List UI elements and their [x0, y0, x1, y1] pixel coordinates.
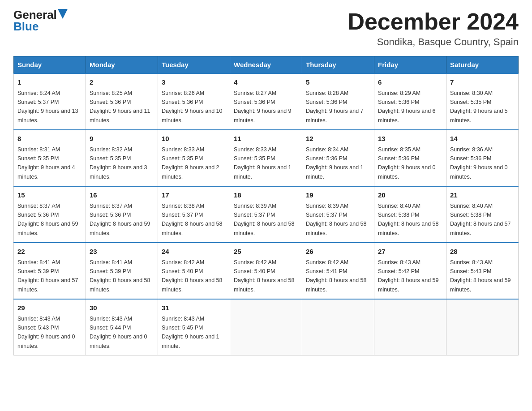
day-number: 12 [306, 134, 370, 144]
table-row [302, 299, 374, 355]
logo-general: General [13, 9, 57, 21]
table-row: 10 Sunrise: 8:33 AMSunset: 5:35 PMDaylig… [158, 130, 230, 186]
day-number: 30 [90, 303, 154, 313]
day-number: 11 [234, 134, 298, 144]
title-block: December 2024 Sondika, Basque Country, S… [348, 9, 519, 48]
calendar-week-row: 29 Sunrise: 8:43 AMSunset: 5:43 PMDaylig… [14, 299, 519, 355]
logo: General Blue [13, 9, 68, 32]
table-row: 16 Sunrise: 8:37 AMSunset: 5:36 PMDaylig… [86, 186, 158, 243]
day-info: Sunrise: 8:43 AMSunset: 5:43 PMDaylight:… [450, 259, 511, 293]
table-row: 12 Sunrise: 8:34 AMSunset: 5:36 PMDaylig… [302, 130, 374, 186]
table-row: 19 Sunrise: 8:39 AMSunset: 5:37 PMDaylig… [302, 186, 374, 243]
day-number: 19 [306, 190, 370, 201]
svg-marker-0 [58, 9, 68, 19]
day-number: 29 [17, 303, 82, 313]
day-number: 4 [234, 77, 298, 88]
day-info: Sunrise: 8:38 AMSunset: 5:37 PMDaylight:… [162, 203, 223, 236]
calendar-week-row: 15 Sunrise: 8:37 AMSunset: 5:36 PMDaylig… [14, 186, 519, 243]
header-monday: Monday [86, 56, 158, 74]
day-number: 8 [17, 134, 82, 144]
day-number: 23 [90, 247, 154, 257]
day-number: 1 [17, 77, 82, 88]
day-info: Sunrise: 8:26 AMSunset: 5:36 PMDaylight:… [162, 90, 223, 124]
table-row: 1 Sunrise: 8:24 AMSunset: 5:37 PMDayligh… [14, 73, 86, 130]
day-number: 3 [162, 77, 226, 88]
table-row: 14 Sunrise: 8:36 AMSunset: 5:36 PMDaylig… [446, 130, 519, 186]
weekday-header-row: Sunday Monday Tuesday Wednesday Thursday… [14, 56, 519, 74]
day-number: 27 [378, 247, 442, 257]
day-number: 10 [162, 134, 226, 144]
day-info: Sunrise: 8:35 AMSunset: 5:36 PMDaylight:… [378, 146, 436, 180]
table-row: 26 Sunrise: 8:42 AMSunset: 5:41 PMDaylig… [302, 243, 374, 299]
day-info: Sunrise: 8:42 AMSunset: 5:40 PMDaylight:… [162, 259, 223, 293]
page-subtitle: Sondika, Basque Country, Spain [348, 36, 519, 48]
day-number: 9 [90, 134, 154, 144]
day-info: Sunrise: 8:33 AMSunset: 5:35 PMDaylight:… [234, 146, 292, 180]
day-info: Sunrise: 8:43 AMSunset: 5:43 PMDaylight:… [17, 316, 75, 349]
calendar-week-row: 22 Sunrise: 8:41 AMSunset: 5:39 PMDaylig… [14, 243, 519, 299]
table-row: 24 Sunrise: 8:42 AMSunset: 5:40 PMDaylig… [158, 243, 230, 299]
day-number: 25 [234, 247, 298, 257]
table-row [446, 299, 519, 355]
table-row: 25 Sunrise: 8:42 AMSunset: 5:40 PMDaylig… [230, 243, 302, 299]
table-row: 7 Sunrise: 8:30 AMSunset: 5:35 PMDayligh… [446, 73, 519, 130]
day-number: 22 [17, 247, 82, 257]
day-info: Sunrise: 8:37 AMSunset: 5:36 PMDaylight:… [90, 203, 150, 236]
header-saturday: Saturday [446, 56, 519, 74]
calendar-week-row: 1 Sunrise: 8:24 AMSunset: 5:37 PMDayligh… [14, 73, 519, 130]
table-row: 30 Sunrise: 8:43 AMSunset: 5:44 PMDaylig… [86, 299, 158, 355]
day-info: Sunrise: 8:39 AMSunset: 5:37 PMDaylight:… [306, 203, 367, 236]
day-number: 16 [90, 190, 154, 201]
table-row: 22 Sunrise: 8:41 AMSunset: 5:39 PMDaylig… [14, 243, 86, 299]
table-row: 3 Sunrise: 8:26 AMSunset: 5:36 PMDayligh… [158, 73, 230, 130]
day-info: Sunrise: 8:41 AMSunset: 5:39 PMDaylight:… [17, 259, 78, 293]
day-number: 28 [450, 247, 515, 257]
day-info: Sunrise: 8:42 AMSunset: 5:40 PMDaylight:… [234, 259, 295, 293]
header-wednesday: Wednesday [230, 56, 302, 74]
logo-triangle-icon [58, 9, 68, 19]
day-number: 5 [306, 77, 370, 88]
day-number: 2 [90, 77, 154, 88]
day-info: Sunrise: 8:30 AMSunset: 5:35 PMDaylight:… [450, 90, 508, 124]
table-row: 15 Sunrise: 8:37 AMSunset: 5:36 PMDaylig… [14, 186, 86, 243]
day-info: Sunrise: 8:29 AMSunset: 5:36 PMDaylight:… [378, 90, 436, 124]
table-row: 27 Sunrise: 8:43 AMSunset: 5:42 PMDaylig… [374, 243, 446, 299]
day-info: Sunrise: 8:42 AMSunset: 5:41 PMDaylight:… [306, 259, 367, 293]
table-row: 18 Sunrise: 8:39 AMSunset: 5:37 PMDaylig… [230, 186, 302, 243]
table-row: 20 Sunrise: 8:40 AMSunset: 5:38 PMDaylig… [374, 186, 446, 243]
day-info: Sunrise: 8:31 AMSunset: 5:35 PMDaylight:… [17, 146, 75, 180]
day-number: 20 [378, 190, 442, 201]
table-row: 31 Sunrise: 8:43 AMSunset: 5:45 PMDaylig… [158, 299, 230, 355]
day-info: Sunrise: 8:32 AMSunset: 5:35 PMDaylight:… [90, 146, 147, 180]
day-number: 31 [162, 303, 226, 313]
day-number: 24 [162, 247, 226, 257]
day-info: Sunrise: 8:41 AMSunset: 5:39 PMDaylight:… [90, 259, 150, 293]
day-info: Sunrise: 8:39 AMSunset: 5:37 PMDaylight:… [234, 203, 295, 236]
table-row [230, 299, 302, 355]
table-row: 17 Sunrise: 8:38 AMSunset: 5:37 PMDaylig… [158, 186, 230, 243]
day-number: 14 [450, 134, 515, 144]
day-number: 15 [17, 190, 82, 201]
header-friday: Friday [374, 56, 446, 74]
table-row: 11 Sunrise: 8:33 AMSunset: 5:35 PMDaylig… [230, 130, 302, 186]
table-row: 6 Sunrise: 8:29 AMSunset: 5:36 PMDayligh… [374, 73, 446, 130]
table-row: 13 Sunrise: 8:35 AMSunset: 5:36 PMDaylig… [374, 130, 446, 186]
day-info: Sunrise: 8:27 AMSunset: 5:36 PMDaylight:… [234, 90, 292, 124]
table-row: 23 Sunrise: 8:41 AMSunset: 5:39 PMDaylig… [86, 243, 158, 299]
day-info: Sunrise: 8:28 AMSunset: 5:36 PMDaylight:… [306, 90, 364, 124]
day-number: 18 [234, 190, 298, 201]
table-row: 2 Sunrise: 8:25 AMSunset: 5:36 PMDayligh… [86, 73, 158, 130]
day-info: Sunrise: 8:43 AMSunset: 5:45 PMDaylight:… [162, 316, 219, 349]
day-number: 7 [450, 77, 515, 88]
logo-blue: Blue [13, 20, 39, 33]
page-header: General Blue December 2024 Sondika, Basq… [13, 9, 519, 48]
day-info: Sunrise: 8:40 AMSunset: 5:38 PMDaylight:… [450, 203, 511, 236]
header-sunday: Sunday [14, 56, 86, 74]
page-title: December 2024 [348, 9, 519, 34]
day-info: Sunrise: 8:36 AMSunset: 5:36 PMDaylight:… [450, 146, 508, 180]
day-number: 17 [162, 190, 226, 201]
day-info: Sunrise: 8:37 AMSunset: 5:36 PMDaylight:… [17, 203, 78, 236]
table-row: 8 Sunrise: 8:31 AMSunset: 5:35 PMDayligh… [14, 130, 86, 186]
day-info: Sunrise: 8:40 AMSunset: 5:38 PMDaylight:… [378, 203, 439, 236]
day-number: 13 [378, 134, 442, 144]
